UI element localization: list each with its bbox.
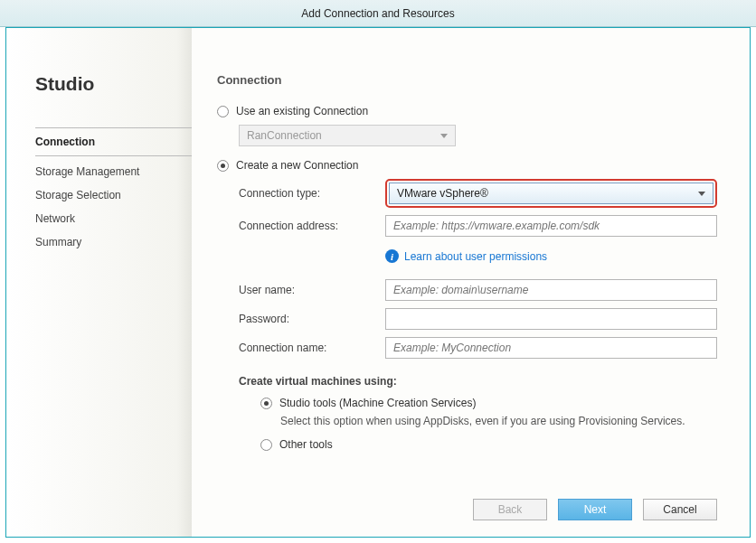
existing-connection-value: RanConnection — [247, 129, 322, 142]
cancel-button[interactable]: Cancel — [643, 499, 717, 520]
use-existing-radio-row[interactable]: Use an existing Connection — [217, 105, 717, 117]
app-title: Studio — [35, 73, 192, 95]
chevron-down-icon — [440, 134, 448, 138]
permissions-link[interactable]: Learn about user permissions — [404, 250, 547, 263]
radio-icon — [217, 160, 229, 172]
use-existing-label: Use an existing Connection — [236, 105, 368, 117]
radio-icon — [217, 106, 229, 117]
connection-type-select[interactable]: VMware vSphere® — [389, 183, 713, 204]
other-tools-label: Other tools — [279, 438, 333, 451]
connection-address-label: Connection address: — [217, 220, 385, 232]
back-button: Back — [473, 499, 547, 520]
password-label: Password: — [217, 313, 385, 325]
nav-step-network[interactable]: Network — [35, 207, 192, 230]
nav-step-connection[interactable]: Connection — [35, 127, 192, 156]
connection-address-input[interactable] — [385, 215, 717, 237]
studio-tools-radio-row[interactable]: Studio tools (Machine Creation Services) — [260, 397, 717, 409]
section-heading: Connection — [217, 73, 717, 87]
nav-step-summary[interactable]: Summary — [35, 230, 192, 254]
chevron-down-icon — [698, 192, 705, 196]
info-icon: i — [385, 249, 399, 263]
next-button[interactable]: Next — [558, 499, 632, 520]
dialog-window: Add Connection and Resources Studio Conn… — [0, 0, 756, 543]
button-bar: Back Next Cancel — [473, 499, 717, 520]
connection-name-label: Connection name: — [217, 342, 385, 354]
window-title: Add Connection and Resources — [301, 7, 454, 20]
connection-type-label: Connection type: — [217, 187, 385, 200]
create-new-radio-row[interactable]: Create a new Connection — [217, 159, 717, 172]
radio-icon — [260, 398, 272, 409]
main-panel: Connection Use an existing Connection Ra… — [192, 28, 750, 537]
nav-step-storage-selection[interactable]: Storage Selection — [35, 183, 192, 207]
connection-type-highlight: VMware vSphere® — [385, 179, 717, 208]
create-new-label: Create a new Connection — [236, 159, 358, 172]
username-label: User name: — [217, 284, 385, 296]
radio-icon — [260, 439, 272, 451]
sidebar: Studio Connection Storage Management Sto… — [6, 28, 192, 537]
password-input[interactable] — [385, 308, 717, 330]
nav-step-storage-management[interactable]: Storage Management — [35, 160, 192, 183]
connection-type-value: VMware vSphere® — [397, 187, 488, 200]
titlebar: Add Connection and Resources — [0, 0, 756, 27]
content-frame: Studio Connection Storage Management Sto… — [5, 27, 751, 538]
username-input[interactable] — [385, 279, 717, 301]
connection-name-input[interactable] — [385, 337, 717, 359]
vm-tools-heading: Create virtual machines using: — [239, 375, 717, 388]
studio-tools-desc: Select this option when using AppDisks, … — [280, 415, 717, 427]
other-tools-radio-row[interactable]: Other tools — [260, 438, 717, 451]
existing-connection-select: RanConnection — [239, 125, 456, 146]
studio-tools-label: Studio tools (Machine Creation Services) — [279, 397, 476, 409]
